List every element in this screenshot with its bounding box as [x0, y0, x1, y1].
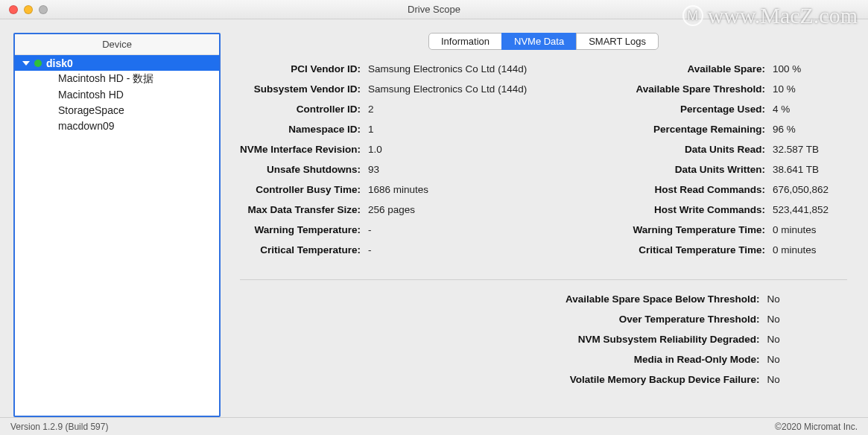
- device-list[interactable]: disk0 Macintosh HD - 数据 Macintosh HD Sto…: [15, 55, 219, 416]
- info-value: 1686 minutes: [368, 184, 539, 195]
- info-label: Warning Temperature:: [240, 224, 361, 235]
- info-label: Max Data Transfer Size:: [240, 204, 361, 215]
- tab-information[interactable]: Information: [428, 33, 502, 50]
- info-value: Samsung Electronics Co Ltd (144d): [368, 63, 539, 74]
- info-value: 0 minutes: [773, 244, 847, 255]
- window-title: Drive Scope: [0, 4, 868, 15]
- info-label: Available Spare Threshold:: [569, 83, 765, 95]
- info-row: Namespace ID:1: [240, 124, 539, 144]
- status-value: No: [767, 354, 812, 365]
- info-label: Namespace ID:: [240, 124, 361, 135]
- device-row-volume[interactable]: Macintosh HD: [15, 86, 219, 102]
- info-label: Subsystem Vendor ID:: [240, 83, 361, 95]
- info-label: Data Units Written:: [569, 164, 765, 175]
- info-label: Critical Temperature:: [240, 244, 361, 255]
- status-label: Over Temperature Threshold:: [276, 314, 760, 325]
- version-text: Version 1.2.9 (Build 597): [10, 422, 108, 432]
- info-row: Controller Busy Time:1686 minutes: [240, 184, 539, 204]
- tab-smart-logs[interactable]: SMART Logs: [576, 33, 659, 50]
- status-row: Available Spare Space Below Threshold:No: [276, 293, 812, 314]
- info-label: Percentage Used:: [569, 104, 765, 115]
- main-panel: Information NVMe Data SMART Logs PCI Ven…: [232, 33, 855, 417]
- info-row: Max Data Transfer Size:256 pages: [240, 204, 539, 224]
- footer: Version 1.2.9 (Build 597) ©2020 Micromat…: [0, 417, 868, 435]
- info-label: Controller ID:: [240, 104, 361, 115]
- info-row: PCI Vendor ID:Samsung Electronics Co Ltd…: [240, 63, 539, 83]
- info-value: 676,050,862: [773, 184, 847, 195]
- device-row-volume[interactable]: Macintosh HD - 数据: [15, 71, 219, 86]
- section-divider: [240, 279, 847, 280]
- info-label: PCI Vendor ID:: [240, 63, 361, 74]
- info-label: Available Spare:: [569, 63, 765, 74]
- status-label: Available Spare Space Below Threshold:: [276, 293, 760, 305]
- info-row: Warning Temperature:-: [240, 224, 539, 244]
- info-columns: PCI Vendor ID:Samsung Electronics Co Ltd…: [232, 63, 855, 279]
- info-value: 4 %: [773, 104, 847, 115]
- info-value: 10 %: [773, 83, 847, 95]
- status-label: Volatile Memory Backup Device Failure:: [276, 374, 760, 385]
- status-label: Media in Read-Only Mode:: [276, 354, 760, 365]
- info-row: Host Read Commands:676,050,862: [569, 184, 847, 204]
- info-row: Data Units Read:32.587 TB: [569, 144, 847, 164]
- status-dot-icon: [34, 60, 42, 67]
- info-label: Critical Temperature Time:: [569, 244, 765, 255]
- device-row-volume[interactable]: macdown09: [15, 118, 219, 133]
- info-label: Controller Busy Time:: [240, 184, 361, 195]
- info-value: 2: [368, 104, 539, 115]
- device-label: macdown09: [58, 120, 115, 132]
- status-section: Available Spare Space Below Threshold:No…: [232, 293, 855, 394]
- info-row: Controller ID:2: [240, 104, 539, 124]
- info-value: 523,441,852: [773, 204, 847, 215]
- info-value: 1: [368, 124, 539, 135]
- info-value: 256 pages: [368, 204, 539, 215]
- info-row: NVMe Interface Revision:1.0: [240, 144, 539, 164]
- status-label: NVM Subsystem Reliability Degraded:: [276, 334, 760, 345]
- info-row: Available Spare Threshold:10 %: [569, 83, 847, 104]
- info-row: Data Units Written:38.641 TB: [569, 164, 847, 184]
- info-label: NVMe Interface Revision:: [240, 144, 361, 155]
- info-label: Warning Temperature Time:: [569, 224, 765, 235]
- info-value: 0 minutes: [773, 224, 847, 235]
- info-row: Percentage Remaining:96 %: [569, 124, 847, 144]
- info-row: Available Spare:100 %: [569, 63, 847, 83]
- device-label: StorageSpace: [58, 104, 124, 116]
- info-value: 1.0: [368, 144, 539, 155]
- status-value: No: [767, 334, 812, 345]
- info-value: -: [368, 224, 539, 235]
- info-label: Host Read Commands:: [569, 184, 765, 195]
- device-row-disk0[interactable]: disk0: [15, 55, 219, 71]
- info-row: Critical Temperature Time:0 minutes: [569, 244, 847, 264]
- right-column: Available Spare:100 % Available Spare Th…: [569, 63, 847, 264]
- device-sidebar: Device disk0 Macintosh HD - 数据 Macintosh…: [13, 33, 221, 417]
- copyright-text: ©2020 Micromat Inc.: [775, 422, 858, 432]
- status-value: No: [767, 293, 812, 305]
- info-value: 32.587 TB: [773, 144, 847, 155]
- tab-nvme-data[interactable]: NVMe Data: [501, 33, 577, 50]
- status-value: No: [767, 374, 812, 385]
- status-row: Media in Read-Only Mode:No: [276, 354, 812, 374]
- info-row: Host Write Commands:523,441,852: [569, 204, 847, 224]
- info-value: 38.641 TB: [773, 164, 847, 175]
- info-row: Critical Temperature:-: [240, 244, 539, 264]
- device-label: disk0: [46, 57, 73, 69]
- info-value: -: [368, 244, 539, 255]
- info-value: 100 %: [773, 63, 847, 74]
- status-row: NVM Subsystem Reliability Degraded:No: [276, 334, 812, 354]
- info-row: Subsystem Vendor ID:Samsung Electronics …: [240, 83, 539, 104]
- sidebar-header: Device: [15, 34, 219, 55]
- info-label: Unsafe Shutdowns:: [240, 164, 361, 175]
- device-row-volume[interactable]: StorageSpace: [15, 102, 219, 118]
- left-column: PCI Vendor ID:Samsung Electronics Co Ltd…: [240, 63, 539, 264]
- device-label: Macintosh HD - 数据: [58, 72, 153, 86]
- info-label: Host Write Commands:: [569, 204, 765, 215]
- info-value: 93: [368, 164, 539, 175]
- info-row: Warning Temperature Time:0 minutes: [569, 224, 847, 244]
- status-value: No: [767, 314, 812, 325]
- info-value: Samsung Electronics Co Ltd (144d): [368, 83, 539, 95]
- info-row: Percentage Used:4 %: [569, 104, 847, 124]
- info-label: Data Units Read:: [569, 144, 765, 155]
- info-row: Unsafe Shutdowns:93: [240, 164, 539, 184]
- info-label: Percentage Remaining:: [569, 124, 765, 135]
- device-label: Macintosh HD: [58, 89, 124, 101]
- disclosure-triangle-icon[interactable]: [22, 61, 30, 66]
